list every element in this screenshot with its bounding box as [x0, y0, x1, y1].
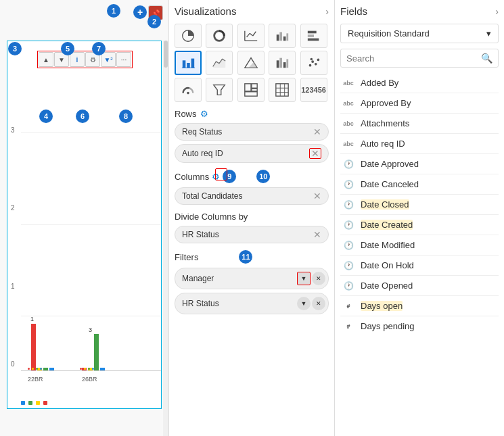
field-label: Date Created — [361, 220, 413, 230]
viz-number[interactable]: 123456 — [300, 78, 327, 102]
field-item[interactable]: abc Added By — [340, 74, 499, 91]
viz-funnel[interactable] — [206, 78, 233, 102]
fields-header: Fields › — [340, 5, 499, 17]
field-item[interactable]: abc Auto req ID — [340, 135, 499, 152]
datasource-label: Requisition Standard — [348, 28, 430, 39]
field-item[interactable]: # Days pending — [340, 318, 499, 335]
columns-section: Columns ⚙ 9 10 — [175, 170, 329, 183]
field-item[interactable]: 🕐 Date Approved — [340, 155, 499, 172]
field-label: Date Closed — [361, 199, 409, 210]
auto-req-id-label: Auto req ID — [182, 149, 223, 158]
viz-donut[interactable] — [206, 24, 233, 48]
more-button[interactable]: ··· — [116, 52, 131, 67]
hr-status-dropdown-btn[interactable]: ▼ — [297, 297, 311, 310]
field-item[interactable]: 🕐 Date Canceled — [340, 176, 499, 193]
viz-bar-active[interactable] — [175, 51, 202, 75]
svg-point-29 — [317, 59, 319, 62]
columns-label: Columns — [175, 172, 209, 182]
svg-point-27 — [311, 60, 314, 63]
viz-mountain[interactable] — [237, 51, 265, 75]
manager-filter-pill: Manager ▼ ✕ — [175, 268, 329, 289]
field-item[interactable]: abc Approved By — [340, 95, 499, 112]
viz-treemap[interactable] — [237, 78, 265, 102]
req-status-remove[interactable]: ✕ — [313, 127, 321, 137]
x-label-22br: 22BR — [28, 376, 43, 383]
svg-point-26 — [308, 64, 311, 67]
auto-req-id-remove[interactable]: ✕ — [309, 148, 321, 159]
rows-section-label: Rows ⚙ — [175, 109, 329, 119]
field-item[interactable]: 🕐 Date Created — [340, 216, 499, 233]
scrollbar[interactable] — [163, 41, 168, 436]
field-item[interactable]: 🕐 Date Modified — [340, 237, 499, 253]
visualizations-panel: Visualizations › — [169, 0, 335, 436]
viz-scatter[interactable] — [300, 51, 327, 75]
filter-button[interactable]: ▼² — [101, 52, 116, 67]
field-item[interactable]: 🕐 Date On Hold — [340, 257, 499, 274]
field-label: Date On Hold — [361, 260, 414, 270]
field-label: Date Canceled — [361, 179, 419, 189]
svg-line-5 — [246, 33, 250, 37]
field-item[interactable]: # Days open — [340, 297, 499, 314]
add-button[interactable]: + — [133, 5, 147, 19]
field-label: Date Approved — [361, 159, 419, 169]
viz-grid-table[interactable] — [269, 78, 296, 102]
total-candidates-label: Total Candidates — [182, 191, 242, 201]
viz-area[interactable] — [206, 51, 233, 75]
svg-rect-24 — [283, 62, 286, 68]
hr-status-divide-remove[interactable]: ✕ — [313, 230, 321, 239]
svg-rect-22 — [277, 60, 279, 68]
fields-expand-arrow[interactable]: › — [495, 6, 499, 17]
chart-area: 0 1 2 3 4 1 — [7, 41, 162, 409]
info-button[interactable]: i — [70, 52, 85, 67]
badge-8: 8 — [119, 110, 133, 123]
svg-rect-8 — [277, 34, 279, 41]
viz-bar-vertical[interactable] — [269, 51, 296, 75]
svg-point-2 — [217, 33, 222, 38]
viz-gauge[interactable] — [175, 78, 202, 102]
badge-1: 1 — [107, 4, 120, 18]
viz-bars-horizontal[interactable] — [300, 24, 327, 48]
svg-marker-32 — [214, 85, 225, 95]
columns-gear-icon[interactable]: ⚙ — [212, 172, 220, 182]
svg-rect-11 — [287, 33, 289, 41]
divide-columns-label: Divide Columns by — [175, 212, 329, 222]
viz-lines[interactable] — [237, 24, 265, 48]
total-candidates-remove[interactable]: ✕ — [313, 191, 321, 201]
x-label-26br: 26BR — [82, 376, 97, 383]
hr-status-filter-controls: ▼ ✕ — [297, 297, 325, 310]
svg-rect-13 — [307, 34, 313, 37]
expand-arrow[interactable]: › — [325, 6, 329, 17]
collapse-up-button[interactable]: ▲ — [39, 52, 53, 67]
field-label: Date Opened — [361, 281, 413, 291]
svg-rect-16 — [187, 63, 190, 68]
field-item[interactable]: 🕐 Date Closed — [340, 196, 499, 213]
viz-pie[interactable] — [175, 24, 202, 48]
svg-rect-14 — [307, 39, 319, 41]
svg-rect-17 — [191, 59, 195, 68]
field-label: Attachments — [361, 118, 409, 128]
inner-toolbar: ▲ ▼ i ⚙ ▼² ··· — [37, 51, 133, 68]
svg-point-30 — [310, 58, 313, 61]
field-item[interactable]: 🕐 Date Opened — [340, 277, 499, 294]
manager-filter-label: Manager — [182, 274, 214, 283]
y-axis-labels: 0 1 2 3 4 — [11, 48, 15, 368]
fields-title: Fields — [340, 5, 367, 17]
hr-status-filter-label: HR Status — [182, 299, 219, 308]
datasource-dropdown[interactable]: Requisition Standard ▾ — [340, 24, 499, 43]
badge-5: 5 — [61, 42, 74, 55]
field-item[interactable]: abc Attachments — [340, 115, 499, 132]
manager-dropdown-btn[interactable]: ▼ — [297, 272, 311, 285]
badge-6: 6 — [76, 110, 89, 123]
manager-remove-btn[interactable]: ✕ — [312, 272, 325, 285]
visualizations-header: Visualizations › — [175, 5, 329, 17]
badge-2: 2 — [147, 15, 161, 28]
total-candidates-pill: Total Candidates ✕ — [175, 187, 329, 205]
viz-bars-grouped[interactable] — [269, 24, 296, 48]
svg-rect-9 — [280, 32, 283, 41]
svg-rect-25 — [287, 59, 289, 68]
search-input[interactable] — [346, 53, 481, 64]
svg-line-7 — [253, 32, 256, 36]
hr-status-remove-btn[interactable]: ✕ — [312, 297, 325, 310]
rows-gear-icon[interactable]: ⚙ — [200, 109, 208, 119]
field-type-clock: 🕐 — [342, 241, 355, 250]
